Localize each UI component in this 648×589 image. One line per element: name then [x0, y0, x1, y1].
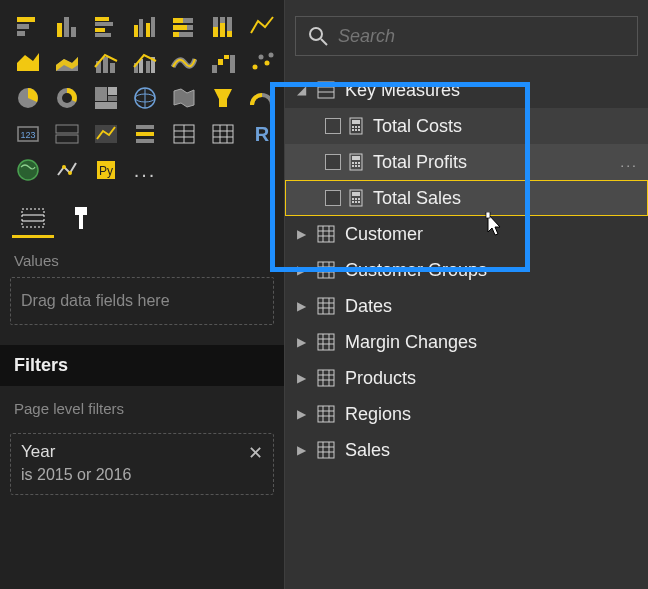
svg-rect-95 [355, 129, 357, 131]
viz-stacked-bar-100-icon[interactable] [168, 10, 200, 42]
values-drop-area[interactable]: Drag data fields here [10, 277, 274, 325]
svg-rect-23 [220, 23, 225, 37]
viz-kpi-icon[interactable] [90, 118, 122, 150]
viz-area-icon[interactable] [12, 46, 44, 78]
svg-rect-92 [355, 126, 357, 128]
table-key-measures[interactable]: ◢ Key Measures [285, 72, 648, 108]
svg-point-46 [62, 93, 72, 103]
viz-custom-icon[interactable]: Py [90, 154, 122, 186]
svg-marker-54 [214, 89, 232, 107]
viz-pie-icon[interactable] [12, 82, 44, 114]
svg-rect-15 [173, 18, 183, 23]
checkbox[interactable] [325, 190, 341, 206]
svg-rect-31 [110, 63, 115, 73]
search-icon [308, 26, 328, 46]
table-sales[interactable]: ▶ Sales [285, 432, 648, 468]
field-label: Total Sales [373, 188, 461, 209]
viz-card-icon[interactable]: 123 [12, 118, 44, 150]
svg-rect-110 [352, 201, 354, 203]
table-icon [317, 405, 335, 423]
table-icon [317, 441, 335, 459]
viz-line-stacked-column-icon[interactable] [90, 46, 122, 78]
table-icon [317, 297, 335, 315]
field-more-icon[interactable]: ... [620, 154, 638, 170]
svg-rect-17 [173, 25, 187, 30]
svg-rect-112 [358, 201, 360, 203]
table-customer[interactable]: ▶ Customer [285, 216, 648, 252]
viz-clustered-bar-icon[interactable] [90, 10, 122, 42]
viz-gauge-icon[interactable] [246, 82, 278, 114]
field-total-sales[interactable]: Total Sales [285, 180, 648, 216]
viz-arcgis-icon[interactable] [12, 154, 44, 186]
viz-stacked-area-icon[interactable] [51, 46, 83, 78]
viz-donut-icon[interactable] [51, 82, 83, 114]
search-box[interactable] [295, 16, 638, 56]
viz-r-visual-icon[interactable]: R [246, 118, 278, 150]
svg-rect-4 [64, 17, 69, 37]
viz-line-clustered-column-icon[interactable] [129, 46, 161, 78]
format-tab[interactable] [60, 200, 102, 238]
svg-rect-138 [318, 406, 334, 422]
filter-description: is 2015 or 2016 [21, 466, 263, 484]
viz-line-icon[interactable] [246, 10, 278, 42]
table-products[interactable]: ▶ Products [285, 360, 648, 396]
fields-tab[interactable] [12, 200, 54, 238]
viz-multi-card-icon[interactable] [51, 118, 83, 150]
field-total-profits[interactable]: Total Profits ... [285, 144, 648, 180]
viz-python-icon[interactable] [51, 154, 83, 186]
viz-map-icon[interactable] [129, 82, 161, 114]
svg-rect-47 [95, 87, 107, 101]
svg-text:Py: Py [99, 164, 113, 178]
table-dates[interactable]: ▶ Dates [285, 288, 648, 324]
viz-stacked-bar-icon[interactable] [12, 10, 44, 42]
svg-rect-13 [151, 17, 155, 37]
field-label: Total Costs [373, 116, 462, 137]
svg-text:123: 123 [20, 130, 35, 140]
svg-point-84 [310, 28, 322, 40]
viz-waterfall-icon[interactable] [207, 46, 239, 78]
filter-remove-icon[interactable]: ✕ [248, 442, 263, 464]
svg-rect-8 [95, 28, 105, 32]
viz-table-icon[interactable] [168, 118, 200, 150]
table-customer-groups[interactable]: ▶ Customer Groups [285, 252, 648, 288]
viz-treemap-icon[interactable] [90, 82, 122, 114]
table-regions[interactable]: ▶ Regions [285, 396, 648, 432]
svg-rect-82 [75, 207, 87, 215]
svg-rect-9 [95, 33, 111, 37]
svg-rect-102 [352, 165, 354, 167]
filter-name: Year [21, 442, 263, 462]
expand-icon: ▶ [297, 407, 311, 421]
viz-stacked-column-icon[interactable] [51, 10, 83, 42]
search-input[interactable] [338, 26, 625, 47]
measure-icon [349, 153, 363, 171]
viz-slicer-icon[interactable] [129, 118, 161, 150]
svg-rect-30 [103, 57, 108, 73]
svg-rect-83 [79, 215, 83, 229]
expand-icon: ▶ [297, 227, 311, 241]
viz-more-icon[interactable]: ... [129, 154, 161, 186]
table-icon [317, 333, 335, 351]
svg-rect-36 [212, 65, 217, 73]
table-icon [317, 261, 335, 279]
field-total-costs[interactable]: Total Costs [285, 108, 648, 144]
svg-rect-7 [95, 22, 113, 26]
table-margin-changes[interactable]: ▶ Margin Changes [285, 324, 648, 360]
svg-point-40 [253, 65, 258, 70]
table-icon [317, 81, 335, 99]
viz-stacked-column-100-icon[interactable] [207, 10, 239, 42]
filter-card-year[interactable]: Year is 2015 or 2016 ✕ [10, 433, 274, 495]
svg-rect-128 [318, 334, 334, 350]
svg-point-43 [269, 53, 274, 58]
viz-ribbon-icon[interactable] [168, 46, 200, 78]
viz-funnel-icon[interactable] [207, 82, 239, 114]
checkbox[interactable] [325, 154, 341, 170]
viz-scatter-icon[interactable] [246, 46, 278, 78]
svg-rect-0 [17, 17, 35, 22]
viz-filled-map-icon[interactable] [168, 82, 200, 114]
viz-matrix-icon[interactable] [207, 118, 239, 150]
viz-clustered-column-icon[interactable] [129, 10, 161, 42]
svg-rect-113 [318, 226, 334, 242]
checkbox[interactable] [325, 118, 341, 134]
svg-rect-5 [71, 27, 76, 37]
svg-rect-58 [56, 135, 78, 143]
